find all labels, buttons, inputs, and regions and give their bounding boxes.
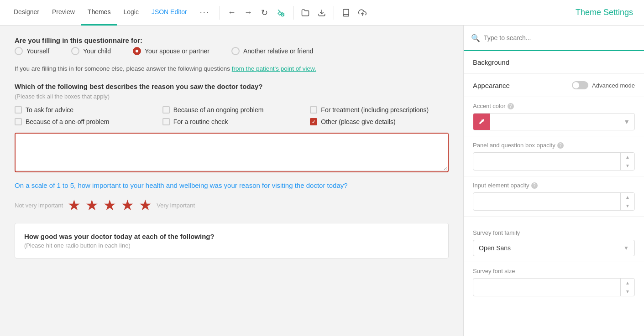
advanced-mode-toggle[interactable]: [572, 81, 588, 89]
filling-question-text: Are you filling in this questionnaire fo…: [15, 36, 449, 44]
input-opacity-down[interactable]: ▼: [621, 202, 634, 210]
theme-settings-title: Theme Settings: [576, 8, 637, 17]
checkbox-treatment[interactable]: For treatment (including prescriptions): [310, 106, 449, 114]
panel-opacity-group: Panel and question box opacity ? 100% ▲ …: [464, 136, 644, 176]
tab-designer[interactable]: Designer: [7, 0, 46, 26]
scale-right-label: Very important: [157, 202, 195, 209]
input-opacity-value[interactable]: 100%: [473, 194, 620, 209]
input-opacity-group: Input element opacity ? 100% ▲ ▼: [464, 176, 644, 217]
other-details-wrapper: [15, 133, 449, 172]
checkbox-label-routine: For a routine check: [173, 118, 228, 125]
accent-color-text-input[interactable]: #D94A64: [490, 118, 619, 125]
scale-question-highlight: visiting the doctor today?: [272, 181, 348, 189]
cloud-button[interactable]: [354, 5, 371, 21]
search-input[interactable]: [484, 34, 637, 41]
input-opacity-help-icon[interactable]: ?: [531, 182, 538, 189]
panel-title: How good was your doctor today at each o…: [24, 233, 439, 240]
star-4[interactable]: ★: [121, 196, 134, 214]
checkbox-label-treatment: For treatment (including prescriptions): [321, 106, 429, 114]
font-size-up[interactable]: ▲: [621, 279, 634, 287]
accent-color-group: Accent color ? #D94A64 ▼: [464, 97, 644, 136]
folder-button[interactable]: [297, 5, 314, 21]
panel-opacity-down[interactable]: ▼: [621, 161, 634, 170]
font-family-select-row[interactable]: Open Sans ▼: [473, 240, 635, 256]
appearance-title: Appearance: [473, 82, 510, 89]
right-panel: 🔍 Background Appearance Advanced mode Ac…: [463, 26, 644, 336]
background-section: Background: [464, 51, 644, 74]
checkbox-label-advice: To ask for advice: [26, 106, 73, 114]
advanced-mode-label: Advanced mode: [592, 82, 635, 89]
radio-options-row: Yourself Your child Your spouse or partn…: [15, 47, 449, 55]
radio-label-relative: Another relative or friend: [243, 47, 313, 55]
search-wrapper: 🔍: [471, 34, 637, 42]
checkbox-box-one-off: [15, 118, 22, 125]
input-opacity-up[interactable]: ▲: [621, 193, 634, 202]
checkbox-advice[interactable]: To ask for advice: [15, 106, 153, 114]
font-size-arrows: ▲ ▼: [620, 279, 634, 296]
star-2[interactable]: ★: [85, 196, 99, 214]
undo-button[interactable]: ←: [224, 5, 240, 21]
accent-color-swatch[interactable]: [473, 114, 490, 130]
tab-json-editor[interactable]: JSON Editor: [145, 0, 194, 26]
star-row: Not very important ★ ★ ★ ★ ★ Very import…: [15, 196, 449, 214]
scale-question-text: On a scale of 1 to 5, how important to y…: [15, 181, 449, 189]
checkbox-box-treatment: [310, 106, 317, 114]
font-size-group: Survey font size 100% ▲ ▼: [464, 262, 644, 302]
accent-color-dropdown-arrow[interactable]: ▼: [619, 118, 634, 125]
radio-label-spouse: Your spouse or partner: [145, 47, 209, 55]
doctor-question-hint: (Please tick all the boxes that apply): [15, 93, 449, 100]
tab-more[interactable]: ···: [194, 0, 216, 26]
download-button[interactable]: [314, 5, 330, 21]
checkbox-routine[interactable]: For a routine check: [162, 118, 301, 125]
font-size-label: Survey font size: [473, 268, 635, 274]
refresh-button[interactable]: ↻: [257, 5, 273, 21]
font-size-value[interactable]: 100%: [473, 280, 620, 295]
panel-opacity-arrows: ▲ ▼: [620, 153, 634, 170]
redo-button[interactable]: →: [240, 5, 257, 21]
radio-circle-yourself: [15, 47, 23, 55]
radio-your-child[interactable]: Your child: [71, 47, 111, 55]
nav-divider-1: [220, 6, 220, 20]
font-family-dropdown-icon[interactable]: ▼: [623, 245, 629, 251]
other-details-textarea[interactable]: [16, 134, 448, 170]
radio-relative[interactable]: Another relative or friend: [231, 47, 313, 55]
panel-opacity-value[interactable]: 100%: [473, 154, 620, 169]
panel-opacity-input-row: 100% ▲ ▼: [473, 152, 635, 171]
panel-opacity-up[interactable]: ▲: [621, 153, 634, 161]
radio-spouse[interactable]: Your spouse or partner: [133, 47, 209, 55]
info-text: If you are filling this in for someone e…: [15, 64, 449, 73]
accent-color-help-icon[interactable]: ?: [508, 103, 514, 109]
radio-circle-your-child: [71, 47, 79, 55]
tab-logic[interactable]: Logic: [117, 0, 145, 26]
scale-question-block: On a scale of 1 to 5, how important to y…: [15, 181, 449, 214]
search-icon: 🔍: [471, 34, 480, 42]
radio-label-yourself: Yourself: [26, 47, 49, 55]
book-button[interactable]: [338, 5, 354, 21]
star-3[interactable]: ★: [103, 196, 116, 214]
checkbox-box-advice: [15, 106, 22, 114]
panel-opacity-help-icon[interactable]: ?: [557, 142, 564, 149]
accent-color-input-row: #D94A64 ▼: [473, 113, 635, 130]
paint-bucket-button[interactable]: [273, 5, 289, 21]
checkbox-ongoing[interactable]: Because of an ongoing problem: [162, 106, 301, 114]
checkbox-box-routine: [162, 118, 170, 125]
checkbox-box-other: [310, 118, 317, 125]
patient-pov-link[interactable]: from the patient's point of view.: [232, 65, 316, 72]
checkbox-label-other: Other (please give details): [321, 118, 395, 125]
font-family-group: Survey font family Open Sans ▼: [464, 224, 644, 262]
checkbox-one-off[interactable]: Because of a one-off problem: [15, 118, 153, 125]
doctor-question-text: Which of the following best describes th…: [15, 83, 449, 90]
background-title: Background: [473, 58, 635, 66]
survey-area: Are you filling in this questionnaire fo…: [0, 26, 463, 336]
tab-preview[interactable]: Preview: [46, 0, 81, 26]
font-size-input-row: 100% ▲ ▼: [473, 278, 635, 296]
checkbox-box-ongoing: [162, 106, 170, 114]
scale-question-prefix: On a scale of 1 to 5, how important to y…: [15, 181, 272, 189]
doctor-question-block: Which of the following best describes th…: [15, 83, 449, 172]
tab-themes[interactable]: Themes: [81, 0, 117, 26]
font-size-down[interactable]: ▼: [621, 287, 634, 296]
radio-yourself[interactable]: Yourself: [15, 47, 49, 55]
star-1[interactable]: ★: [68, 196, 81, 214]
star-5[interactable]: ★: [139, 196, 152, 214]
checkbox-other[interactable]: Other (please give details): [310, 118, 449, 125]
